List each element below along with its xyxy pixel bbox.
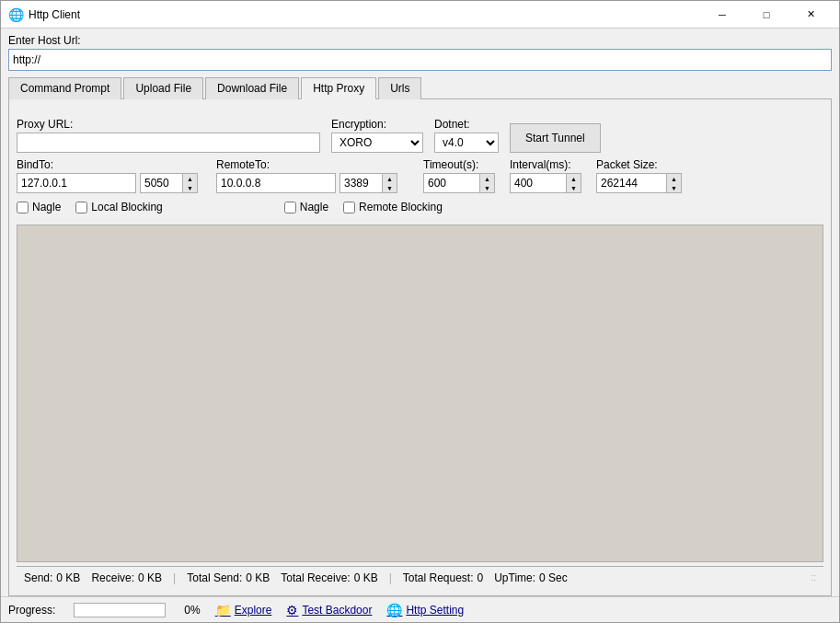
nagle-remote-label: Nagle: [300, 201, 328, 213]
bind-ip-input[interactable]: [17, 173, 136, 193]
sep1: |: [173, 571, 176, 584]
interval-down[interactable]: ▼: [566, 183, 581, 192]
packet-down[interactable]: ▼: [666, 183, 681, 192]
timeout-group: Timeout(s): ▲ ▼: [423, 158, 495, 193]
interval-group: Interval(ms): ▲ ▼: [510, 158, 581, 193]
footer-bar: Progress: 0% 📁 Explore ⚙ Test Backdoor 🌐…: [1, 596, 839, 622]
tab-urls[interactable]: Urls: [378, 77, 421, 99]
packet-spinner-btns: ▲ ▼: [666, 174, 681, 192]
total-request-status: Total Request: 0: [403, 571, 483, 584]
bind-label: BindTo:: [17, 158, 198, 171]
tab-content: Proxy URL: Encryption: XORO AES RC4 NONE…: [8, 99, 832, 596]
progress-label: Progress:: [8, 604, 55, 617]
backdoor-link[interactable]: ⚙ Test Backdoor: [286, 603, 372, 617]
total-receive-status: Total Receive: 0 KB: [281, 571, 377, 584]
send-status: Send: 0 KB: [24, 571, 80, 584]
interval-spinner: ▲ ▼: [510, 173, 581, 193]
explore-icon: 📁: [215, 603, 231, 617]
tab-bar: Command Prompt Upload File Download File…: [8, 76, 832, 99]
main-content: Enter Host Url: Command Prompt Upload Fi…: [1, 29, 839, 596]
nagle-local-checkbox[interactable]: [17, 202, 29, 213]
timeout-up[interactable]: ▲: [479, 174, 494, 183]
resize-grip: ::: [811, 572, 816, 583]
bind-port-input[interactable]: [141, 174, 182, 192]
uptime-status: UpTime: 0 Sec: [494, 571, 568, 584]
nagle-remote-checkbox[interactable]: [284, 202, 296, 213]
explore-link[interactable]: 📁 Explore: [215, 603, 272, 617]
bind-inner: ▲ ▼: [17, 173, 198, 193]
tab-command-prompt[interactable]: Command Prompt: [8, 77, 121, 99]
packet-spinner: ▲ ▼: [596, 173, 682, 193]
bind-group: BindTo: ▲ ▼: [17, 158, 198, 193]
proxy-url-group: Proxy URL:: [17, 118, 320, 153]
minimize-button[interactable]: ─: [701, 1, 743, 29]
receive-value: 0 KB: [138, 571, 162, 584]
bind-port-up[interactable]: ▲: [182, 174, 197, 183]
remote-blocking-checkbox[interactable]: [343, 202, 355, 213]
interval-spinner-btns: ▲ ▼: [566, 174, 581, 192]
proxy-url-row: Proxy URL: Encryption: XORO AES RC4 NONE…: [17, 107, 823, 153]
timeout-spinner: ▲ ▼: [423, 173, 495, 193]
remote-port-input[interactable]: [340, 174, 382, 192]
remote-port-up[interactable]: ▲: [382, 174, 397, 183]
window-title: Http Client: [29, 8, 701, 21]
packet-input[interactable]: [597, 174, 666, 192]
bind-port-down[interactable]: ▼: [182, 183, 197, 192]
packet-label: Packet Size:: [596, 158, 682, 171]
local-blocking-checkbox[interactable]: [75, 202, 87, 213]
start-tunnel-button[interactable]: Start Tunnel: [510, 123, 601, 153]
remote-port-spinner: ▲ ▼: [339, 173, 397, 193]
main-window: 🌐 Http Client ─ □ ✕ Enter Host Url: Comm…: [0, 0, 840, 623]
settings-icon: 🌐: [386, 603, 402, 617]
host-input[interactable]: [8, 49, 832, 71]
encryption-select[interactable]: XORO AES RC4 NONE: [331, 133, 423, 153]
proxy-url-label: Proxy URL:: [17, 118, 320, 131]
total-send-status: Total Send: 0 KB: [187, 571, 270, 584]
local-blocking-group: Local Blocking: [75, 201, 162, 213]
progress-pct: 0%: [184, 604, 200, 617]
receive-label: Receive:: [91, 571, 134, 584]
nagle-remote-group: Nagle: [284, 201, 328, 213]
title-bar: 🌐 Http Client ─ □ ✕: [1, 1, 839, 29]
app-icon: 🌐: [8, 7, 23, 22]
backdoor-icon: ⚙: [286, 603, 298, 617]
remote-ip-input[interactable]: [216, 173, 336, 193]
remote-port-spinner-btns: ▲ ▼: [382, 174, 397, 192]
status-bar: Send: 0 KB Receive: 0 KB | Total Send: 0…: [17, 566, 823, 588]
maximize-button[interactable]: □: [745, 1, 788, 29]
interval-up[interactable]: ▲: [566, 174, 581, 183]
packet-group: Packet Size: ▲ ▼: [596, 158, 682, 193]
uptime-value: 0 Sec: [539, 571, 568, 584]
dotnet-label: Dotnet:: [434, 118, 499, 131]
checkbox-row: Nagle Local Blocking Nagle Remote Blocki…: [17, 199, 823, 215]
settings-link[interactable]: 🌐 Http Setting: [386, 603, 464, 617]
tab-download-file[interactable]: Download File: [205, 77, 299, 99]
total-receive-value: 0 KB: [354, 571, 378, 584]
progress-bar-wrapper: [74, 603, 166, 617]
timeout-spinner-btns: ▲ ▼: [479, 174, 494, 192]
timeout-down[interactable]: ▼: [479, 183, 494, 192]
timeout-label: Timeout(s):: [423, 158, 495, 171]
packet-up[interactable]: ▲: [666, 174, 681, 183]
remote-group: RemoteTo: ▲ ▼: [216, 158, 397, 193]
remote-blocking-label: Remote Blocking: [359, 201, 443, 213]
total-receive-label: Total Receive:: [281, 571, 350, 584]
bind-port-spinner: ▲ ▼: [140, 173, 198, 193]
remote-port-down[interactable]: ▼: [382, 183, 397, 192]
tab-upload-file[interactable]: Upload File: [123, 77, 203, 99]
host-label: Enter Host Url:: [8, 34, 832, 47]
close-button[interactable]: ✕: [789, 1, 832, 29]
bind-port-spinner-btns: ▲ ▼: [182, 174, 197, 192]
interval-input[interactable]: [511, 174, 566, 192]
dotnet-select[interactable]: v4.0 v3.5 v2.0: [434, 133, 499, 153]
uptime-label: UpTime:: [494, 571, 535, 584]
remote-label: RemoteTo:: [216, 158, 397, 171]
timeout-input[interactable]: [424, 174, 479, 192]
tab-http-proxy[interactable]: Http Proxy: [301, 77, 376, 99]
nagle-local-label: Nagle: [32, 201, 61, 213]
explore-label: Explore: [235, 604, 272, 617]
total-send-label: Total Send:: [187, 571, 242, 584]
bind-remote-row: BindTo: ▲ ▼ RemoteTo:: [17, 158, 823, 193]
proxy-url-input[interactable]: [17, 133, 320, 153]
send-value: 0 KB: [56, 571, 80, 584]
